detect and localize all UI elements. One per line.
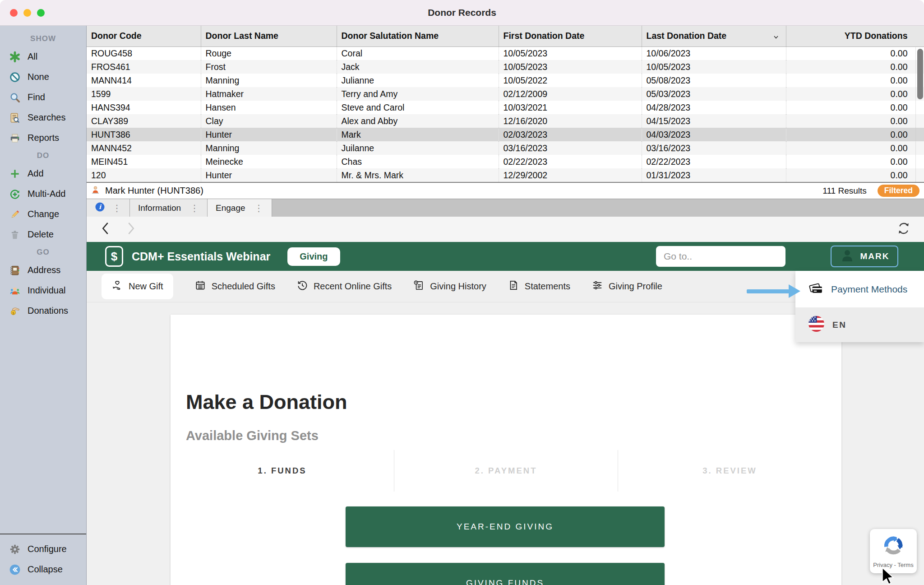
donor-row[interactable]: HUNT386 Hunter Mark 02/03/2023 04/03/202… <box>87 128 924 141</box>
cell-last-donation: 01/31/2023 <box>642 168 786 182</box>
column-header-first-donation[interactable]: First Donation Date <box>499 26 642 46</box>
nav-giving-history[interactable]: Giving History <box>413 279 486 293</box>
recaptcha-logo-icon <box>882 534 905 559</box>
sidebar-item-change[interactable]: Change <box>0 204 86 224</box>
donation-card: Make a Donation Available Giving Sets 1.… <box>171 315 841 585</box>
sidebar-item-reports[interactable]: Reports <box>0 128 86 148</box>
goto-input[interactable] <box>656 246 785 267</box>
giving-set-funds-button[interactable]: GIVING FUNDS <box>346 563 665 585</box>
annotation-arrow <box>747 284 801 298</box>
cell-last-name: Meinecke <box>201 155 337 168</box>
cell-ytd: 0.00 <box>786 87 924 101</box>
scrollbar-thumb[interactable] <box>917 49 923 99</box>
nav-giving-profile[interactable]: Giving Profile <box>591 279 662 293</box>
tab-menu-dots-icon[interactable]: ⋮ <box>112 203 121 214</box>
cell-donor-code: 1599 <box>87 87 201 101</box>
cell-first-donation: 02/22/2023 <box>499 155 642 168</box>
tab-engage[interactable]: Engage ⋮ <box>208 199 272 217</box>
sidebar-item-add[interactable]: Add <box>0 163 86 184</box>
cell-salutation: Mr. & Mrs. Mark <box>337 168 499 182</box>
info-icon: i <box>95 202 105 214</box>
tab-menu-dots-icon[interactable]: ⋮ <box>254 203 263 214</box>
cell-salutation: Julianne <box>337 74 499 87</box>
column-header-last-donation[interactable]: Last Donation Date <box>642 26 786 46</box>
minimize-window-button[interactable] <box>23 9 31 17</box>
hand-heart-icon <box>111 279 123 293</box>
menu-item-payment-methods[interactable]: Payment Methods <box>795 271 924 307</box>
sidebar-item-individual[interactable]: Individual <box>0 280 86 301</box>
printer-icon <box>9 132 21 144</box>
cell-last-name: Frost <box>201 60 337 74</box>
filtered-badge[interactable]: Filtered <box>878 185 919 197</box>
zoom-window-button[interactable] <box>37 9 45 17</box>
donor-row[interactable]: ROUG458 Rouge Coral 10/05/2023 10/06/202… <box>87 46 924 60</box>
sidebar-item-delete[interactable]: Delete <box>0 224 86 245</box>
credit-cards-icon <box>808 280 823 298</box>
sidebar-footer: Configure Collapse <box>0 534 86 585</box>
sidebar-item-find[interactable]: Find <box>0 87 86 107</box>
person-icon <box>90 185 101 197</box>
tab-info[interactable]: i ⋮ <box>87 199 130 217</box>
cell-donor-code: ROUG458 <box>87 46 201 60</box>
donor-row[interactable]: CLAY389 Clay Alex and Abby 12/16/2020 04… <box>87 114 924 128</box>
dollar-icon: $ <box>105 246 123 267</box>
back-icon[interactable] <box>99 221 113 238</box>
gear-icon <box>9 543 21 556</box>
cell-last-donation: 04/15/2023 <box>642 114 786 128</box>
cell-first-donation: 10/05/2023 <box>499 60 642 74</box>
column-header-last-name[interactable]: Donor Last Name <box>201 26 337 46</box>
giving-set-year-end-button[interactable]: YEAR-END GIVING <box>346 506 665 547</box>
donor-row[interactable]: FROS461 Frost Jack 10/05/2023 10/05/2023… <box>87 60 924 74</box>
cell-ytd: 0.00 <box>786 101 924 114</box>
cell-salutation: Coral <box>337 46 499 60</box>
donor-records-window: Donor Records SHOW All None Find Searche… <box>0 0 924 585</box>
sidebar-item-configure[interactable]: Configure <box>0 539 86 559</box>
column-header-salutation[interactable]: Donor Salutation Name <box>337 26 499 46</box>
forward-icon[interactable] <box>124 221 137 238</box>
sliders-icon <box>591 279 603 293</box>
donor-row[interactable]: HANS394 Hansen Steve and Carol 10/03/202… <box>87 101 924 114</box>
giving-button[interactable]: Giving <box>287 247 340 266</box>
sidebar-item-none[interactable]: None <box>0 67 86 87</box>
close-window-button[interactable] <box>10 9 18 17</box>
user-menu-button[interactable]: MARK <box>831 246 898 267</box>
donation-subtitle: Available Giving Sets <box>186 428 319 443</box>
tab-menu-dots-icon[interactable]: ⋮ <box>190 203 199 214</box>
donor-row[interactable]: MANN452 Manning Juilanne 03/16/2023 03/1… <box>87 141 924 155</box>
record-tab-bar: i ⋮ Information ⋮ Engage ⋮ <box>87 199 924 217</box>
sidebar-item-collapse[interactable]: Collapse <box>0 559 86 580</box>
us-flag-icon <box>808 316 825 334</box>
asterisk-icon <box>9 51 21 63</box>
sidebar-item-searches[interactable]: Searches <box>0 107 86 128</box>
mouse-cursor-icon <box>880 566 901 585</box>
nav-recent-online-gifts[interactable]: Recent Online Gifts <box>296 279 392 293</box>
donor-row[interactable]: 120 Hunter Mr. & Mrs. Mark 12/29/2002 01… <box>87 168 924 182</box>
cell-ytd: 0.00 <box>786 141 924 155</box>
cell-donor-code: 120 <box>87 168 201 182</box>
sidebar-item-all[interactable]: All <box>0 46 86 67</box>
column-header-ytd[interactable]: YTD Donations <box>786 26 924 46</box>
cell-salutation: Juilanne <box>337 141 499 155</box>
cell-last-donation: 02/22/2023 <box>642 155 786 168</box>
donor-row[interactable]: MEIN451 Meinecke Chas 02/22/2023 02/22/2… <box>87 155 924 168</box>
column-header-donor-code[interactable]: Donor Code <box>87 26 201 46</box>
cell-ytd: 0.00 <box>786 60 924 74</box>
sidebar-item-address[interactable]: Address <box>0 260 86 280</box>
nav-statements[interactable]: Statements <box>508 279 570 293</box>
cell-last-name: Hunter <box>201 168 337 182</box>
tab-information[interactable]: Information ⋮ <box>130 199 208 217</box>
sidebar-item-donations[interactable]: $ Donations <box>0 301 86 321</box>
cell-ytd: 0.00 <box>786 74 924 87</box>
donor-row[interactable]: 1599 Hatmaker Terry and Amy 02/12/2009 0… <box>87 87 924 101</box>
donor-row[interactable]: MANN414 Manning Julianne 10/05/2022 05/0… <box>87 74 924 87</box>
nav-scheduled-gifts[interactable]: Scheduled Gifts <box>194 279 275 293</box>
cell-donor-code: HANS394 <box>87 101 201 114</box>
sidebar-section-go: GO <box>0 245 86 260</box>
sidebar-item-multi-add[interactable]: Multi-Add <box>0 184 86 204</box>
webview-toolbar <box>87 217 924 242</box>
nav-new-gift[interactable]: New Gift <box>102 274 173 299</box>
refresh-icon[interactable] <box>896 221 911 238</box>
table-scrollbar[interactable] <box>915 46 924 182</box>
donation-steps: 1. FUNDS 2. PAYMENT 3. REVIEW <box>171 450 841 492</box>
menu-item-language[interactable]: EN <box>795 307 924 342</box>
